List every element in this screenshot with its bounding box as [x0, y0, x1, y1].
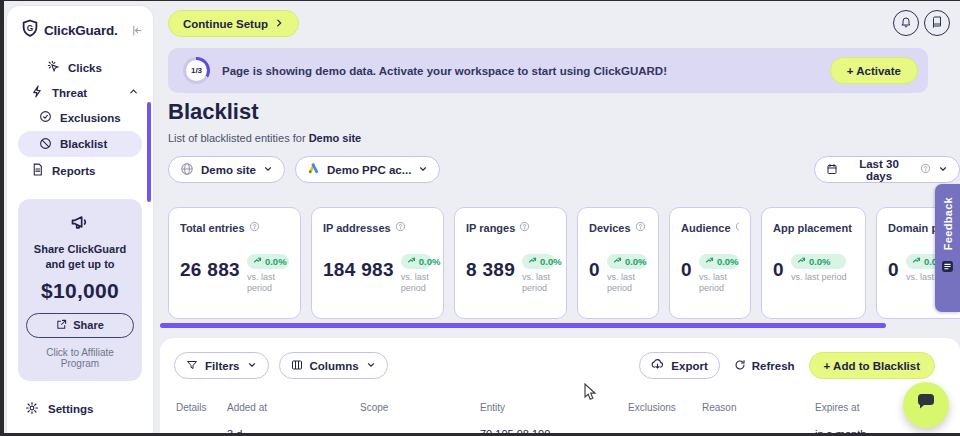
subtitle-target: Demo site	[309, 132, 362, 144]
table-toolbar: Filters Columns Export Refresh + Add to …	[160, 338, 960, 379]
book-icon	[931, 16, 943, 31]
sidebar-item-label: Clicks	[68, 62, 102, 74]
column-header[interactable]: Added at	[227, 402, 267, 413]
filters-button[interactable]: Filters	[174, 352, 269, 379]
cloud-download-icon	[651, 358, 664, 373]
subtitle-prefix: List of blacklisted entities for	[168, 132, 306, 144]
columns-button[interactable]: Columns	[279, 352, 388, 379]
stat-change: 0.0%	[419, 256, 441, 267]
chevron-down-icon	[366, 360, 376, 372]
clickguard-shield-icon: G	[21, 19, 39, 41]
notifications-button[interactable]	[893, 10, 919, 36]
sidebar-item-clicks[interactable]: Clicks	[7, 55, 153, 80]
stat-card-ip-addresses: IP addresses 184 983 0.0%vs. last period	[311, 207, 444, 319]
affiliate-promo-card[interactable]: Share ClickGuard and get up to $10,000 S…	[18, 199, 142, 381]
ppc-account-selector[interactable]: Demo PPC ac...	[295, 156, 440, 183]
export-button[interactable]: Export	[639, 352, 719, 379]
stat-card-ip-ranges: IP ranges 8 389 0.0%vs. last period	[454, 207, 567, 319]
gear-icon	[25, 401, 39, 417]
page-title: Blacklist	[168, 99, 259, 125]
stat-change: 0.0%	[540, 256, 562, 267]
table-row[interactable]: 3 d 70.105.98.100 in a month	[160, 428, 960, 433]
stat-card-audience: Audience 0 0.0%vs. last period	[669, 207, 751, 319]
sidebar-item-label: Reports	[52, 165, 95, 177]
trend-up-icon	[528, 256, 537, 267]
info-icon[interactable]	[249, 221, 260, 234]
demo-banner: 1/3 Page is showing demo data. Activate …	[168, 48, 928, 93]
info-icon[interactable]	[395, 221, 406, 234]
cell-added-at: 3 d	[227, 428, 242, 433]
info-icon[interactable]	[735, 221, 739, 234]
topbar-icons	[893, 10, 950, 36]
feedback-label: Feedback	[942, 197, 954, 250]
column-header[interactable]: Exclusions	[628, 402, 676, 413]
trend-up-icon	[705, 256, 714, 267]
sidebar-item-label: Threat	[52, 87, 87, 99]
share-button-label: Share	[73, 319, 104, 331]
sidebar-item-label: Blacklist	[60, 138, 107, 150]
stat-vs-label: vs. last period	[522, 272, 555, 295]
date-range-selector[interactable]: Last 30 days	[814, 156, 960, 183]
sidebar-item-label: Exclusions	[60, 112, 121, 124]
chevron-right-icon	[274, 18, 284, 30]
setup-progress-ring: 1/3	[183, 57, 210, 84]
scope-selectors: Demo site Demo PPC ac...	[168, 156, 440, 183]
sidebar-item-blacklist[interactable]: Blacklist	[18, 131, 142, 157]
stat-card-total-entries: Total entries 26 883 0.0%vs. last period	[168, 207, 301, 319]
chevron-down-icon	[938, 164, 948, 176]
chevron-down-icon	[247, 360, 257, 372]
stat-change: 0.0%	[717, 256, 739, 267]
column-header[interactable]: Expires at	[815, 402, 859, 413]
table-header-row: Details Added at Scope Entity Exclusions…	[160, 402, 960, 416]
collapse-sidebar-icon[interactable]	[130, 24, 143, 37]
refresh-button[interactable]: Refresh	[734, 359, 795, 373]
blacklist-table-panel: Filters Columns Export Refresh + Add to …	[160, 338, 960, 433]
column-header[interactable]: Entity	[480, 402, 505, 413]
chat-widget-button[interactable]	[903, 382, 949, 428]
setup-progress-label: 1/3	[186, 60, 207, 81]
page-subtitle: List of blacklisted entities for Demo si…	[168, 132, 361, 144]
feedback-tab[interactable]: Feedback	[935, 184, 960, 312]
horizontal-scrollbar[interactable]	[160, 323, 886, 328]
sidebar-item-threat[interactable]: Threat	[7, 80, 153, 105]
sidebar-item-settings[interactable]: Settings	[7, 401, 153, 417]
stat-label: IP addresses	[323, 222, 391, 234]
sidebar-item-exclusions[interactable]: Exclusions	[7, 105, 153, 130]
continue-setup-button[interactable]: Continue Setup	[168, 10, 299, 37]
stat-label: Total entries	[180, 222, 245, 234]
chevron-down-icon	[263, 164, 273, 176]
stat-value: 0	[681, 260, 692, 279]
stat-vs-label: vs. last period	[791, 272, 847, 283]
google-ads-icon	[307, 162, 320, 177]
stat-label: IP ranges	[466, 222, 515, 234]
column-header[interactable]: Details	[176, 402, 207, 413]
external-link-icon	[56, 319, 67, 332]
columns-label: Columns	[310, 360, 359, 372]
promo-footer: Click to Affiliate Program	[26, 347, 134, 369]
sidebar-scrollbar[interactable]	[147, 102, 151, 202]
ppc-account-value: Demo PPC ac...	[327, 164, 411, 176]
stat-change: 0.0%	[809, 256, 831, 267]
trend-up-icon	[407, 256, 416, 267]
stat-change: 0.0%	[265, 256, 287, 267]
column-header[interactable]: Reason	[702, 402, 736, 413]
check-circle-icon	[39, 110, 52, 125]
refresh-icon	[734, 359, 746, 373]
info-icon[interactable]	[635, 221, 646, 234]
stat-card-app-placement: App placement 0 0.0%vs. last period	[761, 207, 866, 319]
add-to-blacklist-button[interactable]: + Add to Blacklist	[809, 352, 935, 379]
share-button[interactable]: Share	[26, 313, 134, 338]
svg-text:G: G	[27, 24, 33, 33]
activate-button[interactable]: + Activate	[830, 57, 918, 84]
stat-vs-label: vs. last period	[247, 272, 289, 295]
refresh-label: Refresh	[752, 360, 795, 372]
sidebar-item-reports[interactable]: Reports	[7, 158, 153, 183]
info-icon[interactable]	[519, 221, 530, 234]
site-selector[interactable]: Demo site	[168, 156, 285, 183]
docs-button[interactable]	[924, 10, 950, 36]
stat-value: 26 883	[180, 260, 240, 279]
globe-icon	[180, 162, 194, 178]
stat-value: 0	[888, 260, 899, 279]
column-header[interactable]: Scope	[360, 402, 388, 413]
stat-vs-label: vs. last period	[607, 272, 647, 295]
